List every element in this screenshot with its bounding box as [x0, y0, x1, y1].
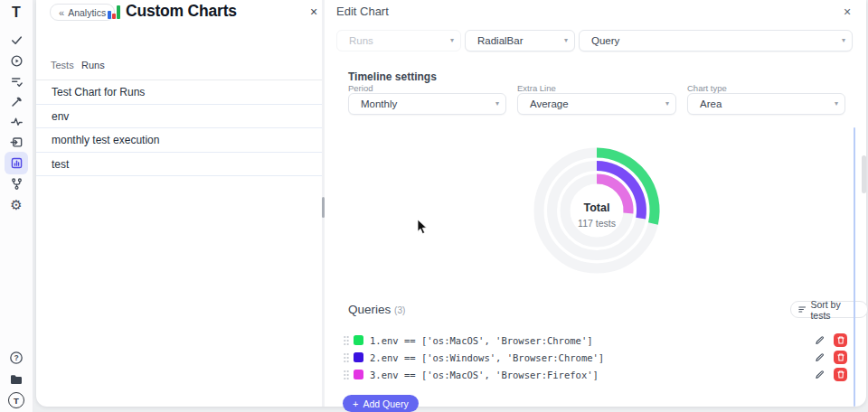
edit-query-button[interactable] [813, 369, 826, 381]
query-row: 2.env == ['os:Windows', 'Browser:Chrome'… [343, 349, 847, 366]
vertical-scrollbar-thumb[interactable] [862, 155, 866, 193]
plus-icon: + [353, 398, 358, 409]
app-logo: T [7, 4, 25, 22]
sidebar-item-configurations[interactable] [7, 92, 25, 110]
period-select[interactable]: Monthly ▾ [348, 93, 506, 115]
query-color-swatch [354, 335, 363, 345]
query-color-swatch [354, 352, 363, 362]
chart-total-value: 117 tests [542, 218, 651, 229]
delete-query-button[interactable] [834, 351, 847, 364]
query-text: 3.env == ['os:MacOS', 'Browser:Firefox'] [370, 370, 813, 380]
drag-handle-icon[interactable] [343, 335, 350, 346]
query-row: 3.env == ['os:MacOS', 'Browser:Firefox'] [343, 366, 847, 383]
chart-type-select-value: Area [700, 98, 722, 109]
back-chevrons-icon: « [59, 7, 64, 18]
chart-type-label: Chart type [687, 83, 727, 93]
fork-icon [10, 177, 24, 191]
drag-handle-icon[interactable] [343, 352, 350, 363]
add-query-label: Add Query [363, 398, 408, 409]
gear-icon: ⚙ [10, 198, 22, 211]
pencil-icon [815, 352, 825, 362]
sidebar-item-test-cases[interactable] [7, 31, 25, 49]
chart-list-item[interactable]: env [36, 105, 322, 129]
timeline-settings-heading: Timeline settings [348, 70, 437, 83]
panel-resize-handle[interactable] [322, 197, 325, 218]
period-select-value: Monthly [361, 98, 397, 109]
sort-by-tests-button[interactable]: Sort by tests [790, 301, 868, 318]
sidebar-item-help[interactable]: ? [7, 349, 25, 367]
sidebar-item-settings[interactable]: ⚙ [7, 195, 25, 213]
chart-total-label: Total [542, 201, 651, 214]
chevron-down-icon: ▾ [842, 31, 845, 51]
query-row: 1.env == ['os:MacOS', 'Browser:Chrome'] [343, 332, 847, 349]
panel-scroll-indicator [854, 127, 855, 407]
query-text: 1.env == ['os:MacOS', 'Browser:Chrome'] [370, 335, 813, 346]
sidebar-item-requirements[interactable] [7, 133, 25, 151]
import-box-icon [10, 136, 24, 149]
close-panel-button[interactable]: × [306, 4, 322, 20]
help-icon: ? [9, 351, 24, 365]
extra-line-select-value: Average [530, 98, 569, 109]
edit-query-button[interactable] [813, 351, 826, 364]
trash-icon [837, 353, 844, 361]
list-check-icon [10, 75, 24, 89]
trash-icon [837, 370, 844, 379]
wrench-icon [10, 95, 24, 108]
pencil-icon [815, 335, 825, 345]
chart-kind-select[interactable]: RadialBar ▾ [465, 30, 575, 52]
edit-query-button[interactable] [813, 334, 826, 347]
chart-type-select[interactable]: Area ▾ [687, 93, 845, 115]
sidebar-item-milestones[interactable] [7, 112, 25, 130]
trash-icon [837, 336, 844, 344]
extra-line-select[interactable]: Average ▾ [517, 93, 676, 115]
delete-query-button[interactable] [834, 368, 847, 381]
query-text: 2.env == ['os:Windows', 'Browser:Chrome'… [370, 352, 813, 363]
sidebar-item-custom-charts[interactable] [7, 154, 25, 172]
sidebar-item-test-plans[interactable] [7, 72, 25, 90]
chevron-down-icon: ▾ [835, 94, 838, 114]
add-query-button[interactable]: + Add Query [343, 395, 419, 412]
period-label: Period [348, 83, 373, 93]
run-target-icon [10, 54, 24, 68]
chevron-down-icon: ▾ [495, 94, 499, 114]
queries-heading: Queries (3) [348, 303, 405, 316]
tab-runs[interactable]: Runs [81, 60, 105, 70]
svg-text:?: ? [14, 353, 18, 362]
back-to-analytics-button[interactable]: « Analytics [50, 4, 115, 21]
sort-button-label: Sort by tests [810, 299, 860, 321]
app-sidebar: T ⚙ ? T [0, 0, 33, 412]
drag-handle-icon[interactable] [343, 370, 350, 380]
tab-tests[interactable]: Tests [51, 60, 74, 70]
avatar: T [8, 392, 24, 408]
delete-query-button[interactable] [834, 333, 847, 347]
extra-line-label: Extra Line [517, 83, 556, 93]
queries-count: (3) [394, 305, 405, 315]
query-color-swatch [354, 370, 363, 379]
chart-list-item[interactable]: Test Chart for Runs [36, 80, 322, 105]
chart-kind-select-value: RadialBar [477, 35, 524, 46]
close-edit-chart-button[interactable]: × [839, 4, 855, 20]
folder-icon [9, 372, 24, 387]
chart-list-item[interactable]: test [36, 153, 322, 177]
chevron-down-icon: ▾ [450, 31, 454, 51]
mode-select[interactable]: Query ▾ [579, 30, 853, 52]
queries-heading-text: Queries [348, 303, 391, 316]
source-select: Runs ▾ [336, 30, 461, 52]
sidebar-item-workflows[interactable] [7, 174, 25, 192]
back-button-label: Analytics [68, 7, 106, 18]
chevron-down-icon: ▾ [564, 31, 568, 51]
chart-list-item[interactable]: monthly test execution [36, 128, 322, 153]
source-select-value: Runs [349, 35, 373, 46]
mode-select-value: Query [591, 35, 619, 46]
sort-icon [798, 305, 806, 314]
custom-charts-icon [10, 156, 24, 170]
sidebar-item-profile[interactable]: T [7, 391, 25, 409]
sidebar-item-projects[interactable] [7, 370, 25, 389]
page-title: Custom Charts [126, 1, 237, 22]
edit-chart-title: Edit Chart [336, 5, 389, 18]
chevron-down-icon: ▾ [665, 94, 669, 114]
check-icon [10, 33, 24, 47]
activity-pulse-icon [10, 115, 24, 128]
sidebar-item-test-runs[interactable] [7, 52, 25, 70]
bar-chart-icon [108, 5, 122, 19]
